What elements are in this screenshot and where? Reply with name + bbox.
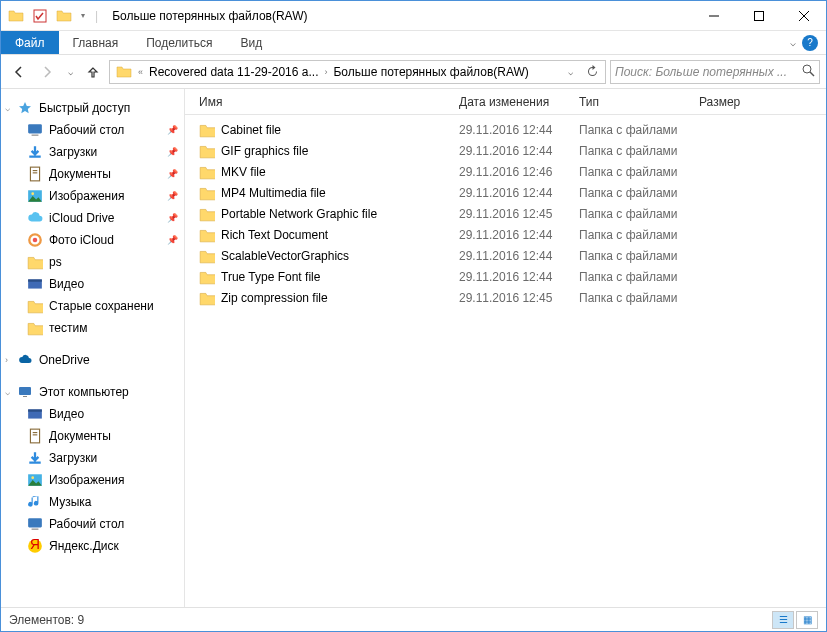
up-button[interactable]: [81, 60, 105, 84]
folder-icon: [199, 269, 215, 285]
file-list[interactable]: Cabinet file29.11.2016 12:44Папка с файл…: [185, 115, 826, 607]
address-bar[interactable]: « Recovered data 11-29-2016 a... › Больш…: [109, 60, 606, 84]
sidebar-item-label: Видео: [49, 407, 84, 421]
sidebar-quick-access[interactable]: ⌵ Быстрый доступ: [1, 97, 184, 119]
file-name: Zip compression file: [221, 291, 328, 305]
search-placeholder: Поиск: Больше потерянных ...: [615, 65, 802, 79]
close-button[interactable]: [781, 1, 826, 31]
status-text: Элементов: 9: [9, 613, 84, 627]
address-dropdown-icon[interactable]: ⌵: [559, 61, 581, 83]
breadcrumb-seg-0[interactable]: Recovered data 11-29-2016 a...: [145, 61, 322, 83]
sidebar-quick-access-label: Быстрый доступ: [39, 101, 130, 115]
folder-icon: [27, 298, 43, 314]
view-details-button[interactable]: ☰: [772, 611, 794, 629]
sidebar-item-pc-4[interactable]: Музыка: [1, 491, 184, 513]
table-row[interactable]: Cabinet file29.11.2016 12:44Папка с файл…: [185, 119, 826, 140]
status-bar: Элементов: 9 ☰ ▦: [1, 607, 826, 631]
col-size[interactable]: Размер: [693, 95, 773, 109]
minimize-button[interactable]: [691, 1, 736, 31]
qat-properties-icon[interactable]: [29, 5, 51, 27]
help-icon[interactable]: ?: [802, 35, 818, 51]
table-row[interactable]: Portable Network Graphic file29.11.2016 …: [185, 203, 826, 224]
sidebar-item-label: Изображения: [49, 189, 124, 203]
sidebar-item-pc-5[interactable]: Рабочий стол: [1, 513, 184, 535]
sidebar-item-quick-9[interactable]: тестим: [1, 317, 184, 339]
sidebar-item-quick-7[interactable]: Видео: [1, 273, 184, 295]
sidebar-item-label: Рабочий стол: [49, 517, 124, 531]
nav-row: ⌵ « Recovered data 11-29-2016 a... › Бол…: [1, 55, 826, 89]
table-row[interactable]: MKV file29.11.2016 12:46Папка с файлами: [185, 161, 826, 182]
svg-rect-18: [19, 387, 31, 395]
documents-icon: [27, 166, 43, 182]
sidebar-item-pc-3[interactable]: Изображения: [1, 469, 184, 491]
video-icon: [27, 406, 43, 422]
sidebar-item-pc-2[interactable]: Загрузки: [1, 447, 184, 469]
sidebar-item-quick-2[interactable]: Документы📌: [1, 163, 184, 185]
table-row[interactable]: GIF graphics file29.11.2016 12:44Папка с…: [185, 140, 826, 161]
file-name: Portable Network Graphic file: [221, 207, 377, 221]
forward-button[interactable]: [35, 60, 59, 84]
sidebar-item-quick-8[interactable]: Старые сохранени: [1, 295, 184, 317]
file-date: 29.11.2016 12:44: [453, 249, 573, 263]
table-row[interactable]: ScalableVectorGraphics29.11.2016 12:44Па…: [185, 245, 826, 266]
file-type: Папка с файлами: [573, 165, 693, 179]
breadcrumb-prefix[interactable]: «: [136, 67, 145, 77]
sidebar-item-label: Видео: [49, 277, 84, 291]
svg-point-26: [31, 476, 34, 479]
icloud-icon: [27, 210, 43, 226]
breadcrumb-chevron-icon[interactable]: ›: [322, 67, 329, 77]
sidebar-item-quick-3[interactable]: Изображения📌: [1, 185, 184, 207]
tab-file[interactable]: Файл: [1, 31, 59, 54]
file-date: 29.11.2016 12:46: [453, 165, 573, 179]
qat-dropdown-icon[interactable]: ▾: [77, 5, 89, 27]
sidebar-item-label: тестим: [49, 321, 87, 335]
tab-share[interactable]: Поделиться: [132, 31, 226, 54]
col-name[interactable]: Имя: [193, 95, 453, 109]
downloads-icon: [27, 144, 43, 160]
sidebar-item-pc-1[interactable]: Документы: [1, 425, 184, 447]
sidebar-item-quick-6[interactable]: ps: [1, 251, 184, 273]
folder-icon: [199, 206, 215, 222]
sidebar-item-label: Старые сохранени: [49, 299, 154, 313]
pin-icon: 📌: [167, 147, 178, 157]
table-row[interactable]: Zip compression file29.11.2016 12:45Папк…: [185, 287, 826, 308]
table-row[interactable]: True Type Font file29.11.2016 12:44Папка…: [185, 266, 826, 287]
chevron-down-icon[interactable]: ⌵: [5, 387, 10, 397]
chevron-down-icon[interactable]: ⌵: [5, 103, 10, 113]
col-type[interactable]: Тип: [573, 95, 693, 109]
col-date[interactable]: Дата изменения: [453, 95, 573, 109]
pictures-icon: [27, 188, 43, 204]
sidebar-item-pc-0[interactable]: Видео: [1, 403, 184, 425]
file-date: 29.11.2016 12:44: [453, 270, 573, 284]
sidebar-item-quick-5[interactable]: Фото iCloud📌: [1, 229, 184, 251]
sidebar-item-pc-6[interactable]: ЯЯндекс.Диск: [1, 535, 184, 557]
file-date: 29.11.2016 12:44: [453, 228, 573, 242]
breadcrumb-seg-1[interactable]: Больше потерянных файлов(RAW): [329, 61, 532, 83]
qat-newfolder-icon[interactable]: [53, 5, 75, 27]
search-box[interactable]: Поиск: Больше потерянных ...: [610, 60, 820, 84]
sidebar-item-quick-1[interactable]: Загрузки📌: [1, 141, 184, 163]
folder-icon: [199, 290, 215, 306]
table-row[interactable]: Rich Text Document29.11.2016 12:44Папка …: [185, 224, 826, 245]
folder-icon: [199, 248, 215, 264]
maximize-button[interactable]: [736, 1, 781, 31]
back-button[interactable]: [7, 60, 31, 84]
cloud-icon: [17, 352, 33, 368]
ribbon-expand-icon[interactable]: ⌵: [790, 37, 796, 48]
chevron-right-icon[interactable]: ›: [5, 355, 8, 365]
table-row[interactable]: MP4 Multimedia file29.11.2016 12:44Папка…: [185, 182, 826, 203]
tab-view[interactable]: Вид: [226, 31, 276, 54]
file-type: Папка с файлами: [573, 249, 693, 263]
sidebar-onedrive[interactable]: › OneDrive: [1, 349, 184, 371]
tab-home[interactable]: Главная: [59, 31, 133, 54]
svg-rect-2: [754, 11, 763, 20]
navigation-pane[interactable]: ⌵ Быстрый доступ Рабочий стол📌Загрузки📌Д…: [1, 89, 185, 607]
ribbon: Файл Главная Поделиться Вид ⌵ ?: [1, 31, 826, 55]
view-icons-button[interactable]: ▦: [796, 611, 818, 629]
sidebar-item-quick-4[interactable]: iCloud Drive📌: [1, 207, 184, 229]
refresh-button[interactable]: [581, 61, 603, 83]
file-name: MKV file: [221, 165, 266, 179]
sidebar-item-quick-0[interactable]: Рабочий стол📌: [1, 119, 184, 141]
sidebar-this-pc[interactable]: ⌵ Этот компьютер: [1, 381, 184, 403]
recent-dropdown-icon[interactable]: ⌵: [63, 60, 77, 84]
